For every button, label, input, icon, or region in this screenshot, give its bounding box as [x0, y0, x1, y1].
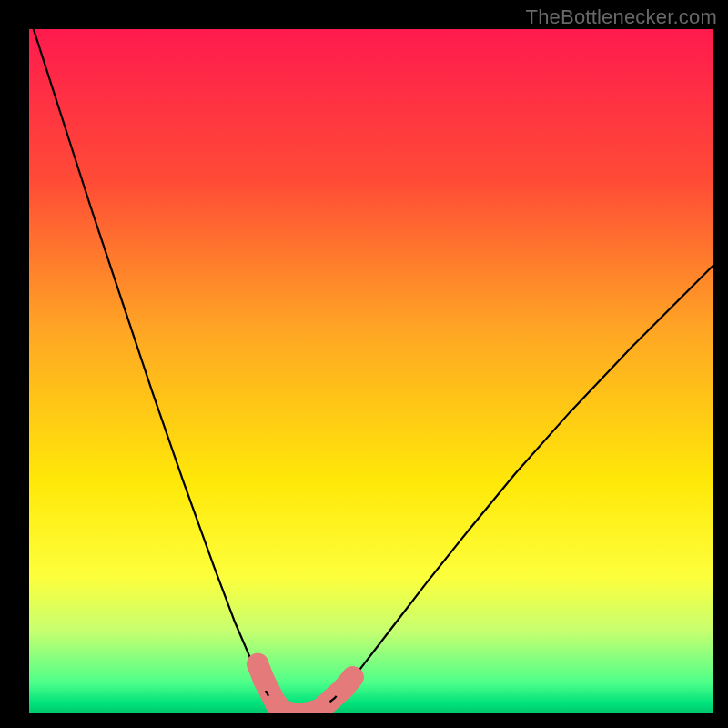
marker-dot — [342, 666, 364, 688]
gradient-background — [29, 29, 713, 713]
marker-dot — [253, 669, 275, 691]
plot-area — [29, 29, 713, 713]
attribution-text: TheBottlenecker.com — [526, 5, 717, 29]
chart-frame: TheBottlenecker.com — [0, 0, 728, 728]
bottleneck-chart — [29, 29, 713, 713]
